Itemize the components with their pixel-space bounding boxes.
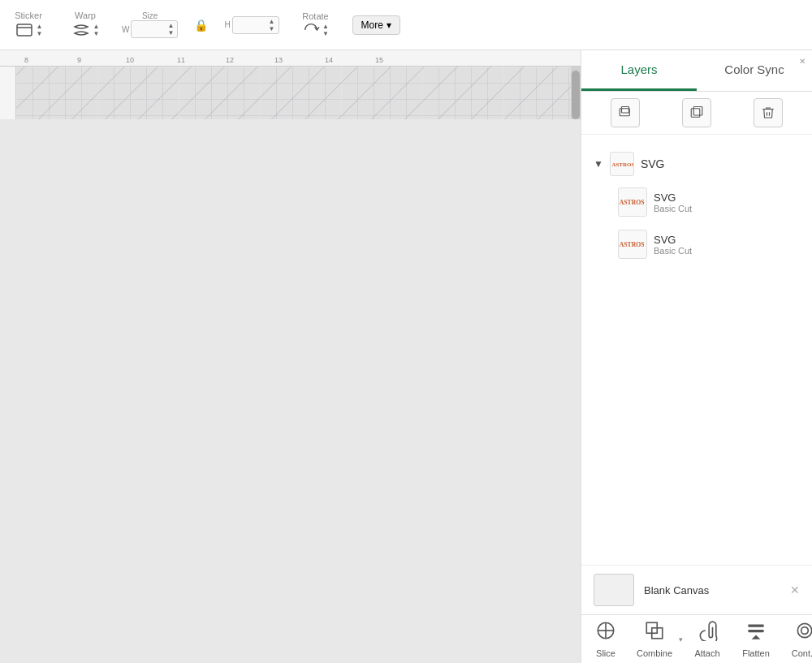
svg-text:ASTROS: ASTROS	[620, 241, 645, 248]
slice-icon	[595, 620, 616, 646]
width-label: Size	[142, 11, 158, 20]
lock-icon[interactable]: 🔒	[194, 19, 208, 32]
main-area: 8 9 10 11 12 13 14 15	[0, 50, 812, 663]
copy-layer-icon	[689, 105, 704, 120]
warp-group: Warp ▲▼	[65, 11, 106, 40]
delete-layer-icon	[761, 105, 775, 120]
svg-text:ASTROS: ASTROS	[611, 161, 633, 168]
ruler-left	[0, 67, 16, 119]
height-input[interactable]	[236, 20, 269, 30]
attach-label: Attach	[694, 648, 719, 658]
svg-rect-18	[693, 107, 702, 116]
ruler-mark-14: 14	[325, 56, 333, 64]
svg-rect-16	[622, 107, 629, 114]
ruler-mark-15: 15	[375, 56, 383, 64]
blank-canvas-thumbnail	[594, 574, 634, 606]
w-label: W	[122, 25, 129, 34]
warp-icon-area[interactable]: ▲▼	[71, 20, 100, 40]
combine-svg	[644, 620, 665, 641]
chevron-down-icon: ▼	[594, 158, 603, 170]
canvas-with-ruler: 8 9 10 11 12 13 14 15	[0, 50, 581, 119]
layer-item-1-icon: ASTROS	[619, 188, 646, 216]
rotate-icon	[302, 21, 320, 39]
slice-label: Slice	[596, 648, 615, 658]
contour-svg	[794, 620, 812, 641]
panel-bottom-toolbar: Slice Combine ▾	[581, 614, 812, 663]
add-layer-icon	[618, 105, 633, 120]
more-button[interactable]: More ▾	[352, 15, 400, 35]
top-toolbar: Sticker ▲▼ Warp ▲▼ Size W ▲▼ 🔒 H	[0, 0, 812, 50]
slice-svg	[595, 620, 616, 641]
flatten-label: Flatten	[742, 648, 770, 658]
flatten-icon	[745, 620, 767, 646]
add-layer-button[interactable]	[611, 98, 640, 127]
height-arrows[interactable]: ▲▼	[269, 18, 275, 32]
tab-layers[interactable]: Layers	[581, 50, 697, 91]
blank-canvas-section: Blank Canvas ✕	[581, 565, 812, 614]
rotate-icon-area[interactable]: ▲▼	[302, 21, 329, 39]
panel-icons-row	[581, 92, 812, 135]
layer-item-2-title: SVG	[654, 234, 692, 246]
h-label: H	[224, 20, 230, 29]
contour-label: Cont...	[792, 648, 812, 658]
copy-layer-button[interactable]	[682, 98, 711, 127]
attach-button[interactable]: Attach	[683, 620, 732, 658]
height-input-area: H ▲▼	[224, 16, 279, 34]
attach-svg	[697, 620, 718, 641]
layer-item-2-thumbnail: ASTROS	[618, 230, 647, 259]
layer-item-1-sub: Basic Cut	[654, 204, 692, 213]
svg-text:ASTROS: ASTROS	[620, 199, 645, 206]
rotate-arrows[interactable]: ▲▼	[322, 23, 329, 37]
canvas-area: 8 9 10 11 12 13 14 15	[0, 50, 581, 663]
layer-group-svg: ▼ ASTROS SVG ASTROS	[581, 143, 812, 269]
list-item[interactable]: ASTROS SVG Basic Cut	[614, 181, 804, 223]
vertical-scrollbar[interactable]	[571, 67, 581, 119]
tab-color-sync[interactable]: Color Sync ✕	[697, 50, 812, 91]
combine-button[interactable]: Combine	[630, 620, 679, 658]
sticker-arrows[interactable]: ▲▼	[37, 23, 43, 37]
svg-rect-17	[691, 109, 700, 118]
layer-item-1-title: SVG	[654, 192, 692, 204]
astros-mini-icon: ASTROS	[611, 153, 633, 175]
warp-arrows[interactable]: ▲▼	[93, 23, 100, 37]
layer-item-2-sub: Basic Cut	[654, 246, 692, 256]
rotate-group: Rotate ▲▼	[296, 11, 336, 39]
sticker-icon-area[interactable]: ▲▼	[15, 20, 43, 40]
ruler-mark-13: 13	[274, 56, 283, 64]
color-sync-close-icon[interactable]: ✕	[799, 57, 806, 66]
layer-item-2-info: SVG Basic Cut	[654, 234, 692, 256]
width-input-area: W ▲▼	[122, 20, 178, 38]
sticker-group: Sticker ▲▼	[8, 11, 49, 40]
canvas-grid[interactable]: .letter-fill { fill: #1a3a6e; } .letter-…	[16, 67, 571, 119]
layers-tab-label: Layers	[620, 62, 657, 76]
right-panel: Layers Color Sync ✕ ▼	[581, 50, 812, 663]
warp-label: Warp	[75, 11, 96, 20]
layer-group-label: SVG	[641, 157, 665, 170]
list-item[interactable]: ASTROS SVG Basic Cut	[614, 223, 804, 265]
ruler-mark-8: 8	[24, 56, 28, 64]
height-group: H ▲▼	[224, 16, 279, 34]
width-arrows[interactable]: ▲▼	[167, 22, 174, 37]
panel-content: ▼ ASTROS SVG ASTROS	[581, 135, 812, 565]
width-input[interactable]	[135, 24, 167, 34]
rotate-label: Rotate	[302, 11, 328, 21]
svg-point-29	[797, 623, 811, 637]
combine-label: Combine	[637, 648, 672, 658]
slice-button[interactable]: Slice	[581, 620, 630, 658]
height-input-wrap[interactable]: ▲▼	[232, 16, 279, 34]
svg-rect-28	[748, 630, 764, 632]
flatten-button[interactable]: Flatten	[732, 620, 780, 658]
delete-layer-button[interactable]	[754, 98, 783, 127]
ruler-top: 8 9 10 11 12 13 14 15	[0, 50, 581, 67]
contour-button[interactable]: Cont...	[780, 620, 812, 658]
layer-group-header[interactable]: ▼ ASTROS SVG	[590, 147, 804, 181]
warp-icon	[71, 20, 91, 40]
scrollbar-thumb[interactable]	[572, 71, 580, 119]
width-group: Size W ▲▼	[122, 11, 178, 38]
width-input-wrap[interactable]: ▲▼	[131, 20, 178, 38]
more-arrow: ▾	[387, 19, 391, 31]
combine-icon	[644, 620, 665, 646]
contour-icon	[794, 620, 812, 646]
blank-canvas-close-icon[interactable]: ✕	[790, 583, 800, 596]
sticker-label: Sticker	[15, 11, 42, 20]
